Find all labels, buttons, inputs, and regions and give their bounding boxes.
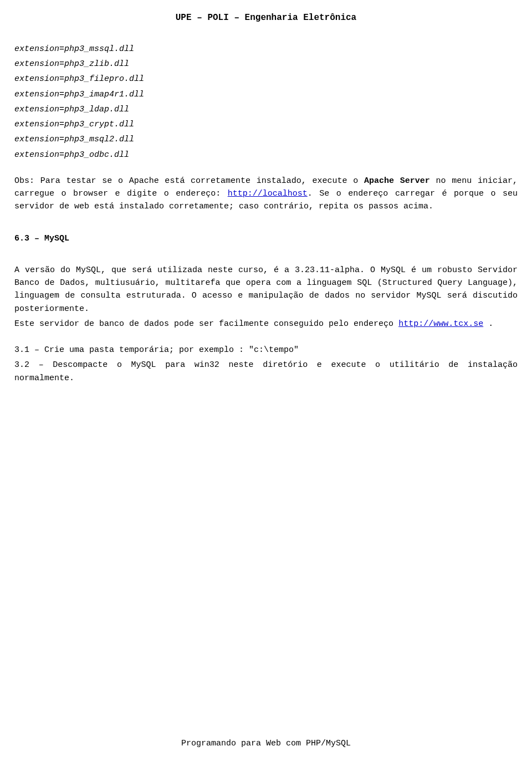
- mysql-text: Este servidor de banco de dados pode ser…: [14, 319, 398, 329]
- extension-line: extension=php3_filepro.dll: [14, 73, 518, 85]
- step-line: 3.1 – Crie uma pasta temporária; por exe…: [14, 344, 518, 356]
- page-header: UPE – POLI – Engenharia Eletrônica: [14, 11, 518, 25]
- extension-line: extension=php3_mssql.dll: [14, 43, 518, 55]
- step-line: 3.2 – Descompacte o MySQL para win32 nes…: [14, 359, 518, 385]
- footer-text: Programando para Web com PHP/MySQL: [181, 739, 351, 748]
- extension-line: extension=php3_crypt.dll: [14, 118, 518, 131]
- extension-line: extension=php3_zlib.dll: [14, 58, 518, 70]
- extension-line: extension=php3_imap4r1.dll: [14, 88, 518, 101]
- localhost-link[interactable]: http://localhost: [228, 189, 308, 198]
- extension-list: extension=php3_mssql.dll extension=php3_…: [14, 43, 518, 161]
- obs-paragraph: Obs: Para testar se o Apache está corret…: [14, 175, 518, 213]
- steps-block: 3.1 – Crie uma pasta temporária; por exe…: [14, 344, 518, 385]
- extension-line: extension=php3_msql2.dll: [14, 133, 518, 146]
- document-page: UPE – POLI – Engenharia Eletrônica exten…: [0, 0, 532, 782]
- mysql-paragraph-1: A versão do MySQL, que será utilizada ne…: [14, 264, 518, 315]
- extension-line: extension=php3_odbc.dll: [14, 149, 518, 161]
- page-footer: Programando para Web com PHP/MySQL: [0, 737, 532, 750]
- obs-bold: Apache Server: [364, 176, 430, 186]
- extension-line: extension=php3_ldap.dll: [14, 103, 518, 116]
- obs-text: Obs: Para testar se o Apache está corret…: [14, 176, 364, 186]
- mysql-text: .: [483, 319, 493, 329]
- header-title: UPE – POLI – Engenharia Eletrônica: [176, 13, 356, 23]
- mysql-heading: 6.3 – MySQL: [14, 232, 518, 245]
- tcx-link[interactable]: http://www.tcx.se: [398, 319, 483, 329]
- mysql-paragraph-2: Este servidor de banco de dados pode ser…: [14, 318, 518, 330]
